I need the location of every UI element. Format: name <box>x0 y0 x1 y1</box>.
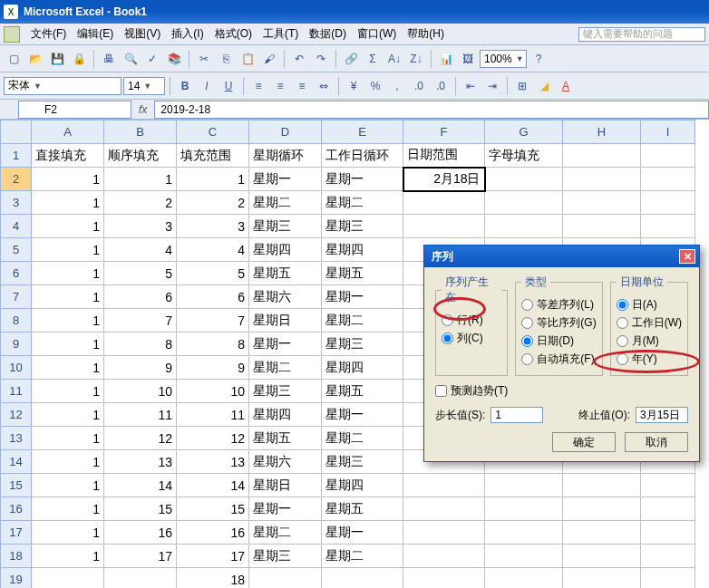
cell[interactable]: 1 <box>32 285 104 309</box>
cell[interactable]: 日期范围 <box>403 144 485 168</box>
research-icon[interactable]: 📚 <box>164 49 184 69</box>
cell[interactable] <box>641 474 695 497</box>
open-icon[interactable]: 📂 <box>25 49 45 69</box>
cell[interactable]: 星期三 <box>322 450 403 474</box>
menu-window[interactable]: 窗口(W) <box>352 24 402 43</box>
help-search-box[interactable]: 键入需要帮助的问题 <box>578 27 705 42</box>
col-header-I[interactable]: I <box>641 120 695 144</box>
cell[interactable]: 字母填充 <box>485 144 563 168</box>
row-header-19[interactable]: 19 <box>1 568 32 589</box>
cancel-button[interactable]: 取消 <box>625 432 688 452</box>
cell[interactable]: 星期二 <box>322 545 403 568</box>
cell[interactable] <box>485 168 563 191</box>
cell[interactable] <box>403 215 485 238</box>
row-header-4[interactable]: 4 <box>1 215 32 238</box>
print-icon[interactable]: 🖶 <box>99 49 119 69</box>
cell[interactable]: 星期四 <box>322 474 403 497</box>
cell[interactable]: 15 <box>104 497 177 521</box>
cell[interactable]: 16 <box>177 521 249 545</box>
col-header-E[interactable]: E <box>322 120 403 144</box>
save-icon[interactable]: 💾 <box>47 49 67 69</box>
cell[interactable]: 工作日循环 <box>322 144 403 168</box>
menu-file[interactable]: 文件(F) <box>25 24 72 43</box>
cell[interactable]: 10 <box>177 380 249 403</box>
cell[interactable]: 1 <box>32 215 104 238</box>
radio-arith[interactable]: 等差序列(L) <box>521 295 596 313</box>
cell[interactable]: 11 <box>177 403 249 427</box>
cell[interactable]: 星期一 <box>249 168 322 191</box>
align-center-icon[interactable]: ≡ <box>270 76 290 96</box>
cell[interactable] <box>563 521 641 545</box>
cell[interactable] <box>104 568 177 589</box>
cell[interactable] <box>485 191 563 215</box>
cell[interactable]: 1 <box>32 497 104 521</box>
cell[interactable] <box>485 215 563 238</box>
step-input[interactable] <box>490 407 543 423</box>
cell[interactable]: 星期四 <box>322 238 403 262</box>
menu-edit[interactable]: 编辑(E) <box>72 24 119 43</box>
cell[interactable]: 星期二 <box>322 309 403 333</box>
cell[interactable]: 星期六 <box>249 450 322 474</box>
cell[interactable] <box>249 568 322 589</box>
cell[interactable] <box>641 568 695 589</box>
cell[interactable] <box>563 474 641 497</box>
col-header-H[interactable]: H <box>563 120 641 144</box>
menu-data[interactable]: 数据(D) <box>304 24 352 43</box>
zoom-select[interactable]: 100%▼ <box>480 50 527 68</box>
cell[interactable]: 星期三 <box>249 380 322 403</box>
cell[interactable]: 1 <box>32 380 104 403</box>
cell[interactable]: 3 <box>104 215 177 238</box>
cell[interactable]: 6 <box>104 285 177 309</box>
menu-help[interactable]: 帮助(H) <box>402 24 450 43</box>
decrease-decimal-icon[interactable]: .0 <box>431 76 451 96</box>
cell[interactable]: 17 <box>177 545 249 568</box>
cell[interactable] <box>403 521 485 545</box>
cell[interactable]: 星期四 <box>249 238 322 262</box>
chart-wizard-icon[interactable]: 📊 <box>436 49 456 69</box>
row-header-1[interactable]: 1 <box>1 144 32 168</box>
close-icon[interactable]: ✕ <box>679 249 695 264</box>
cell[interactable] <box>485 497 563 521</box>
menu-insert[interactable]: 插入(I) <box>166 24 209 43</box>
undo-icon[interactable]: ↶ <box>289 49 309 69</box>
cell[interactable]: 1 <box>32 427 104 450</box>
cell[interactable]: 星期五 <box>322 380 403 403</box>
align-right-icon[interactable]: ≡ <box>292 76 312 96</box>
bold-icon[interactable]: B <box>175 76 195 96</box>
cell[interactable]: 星期三 <box>322 333 403 356</box>
cell[interactable]: 星期五 <box>249 262 322 285</box>
redo-icon[interactable]: ↷ <box>311 49 331 69</box>
cell[interactable]: 4 <box>104 238 177 262</box>
drawing-icon[interactable]: 🖼 <box>458 49 478 69</box>
cell[interactable] <box>485 545 563 568</box>
radio-autofill[interactable]: 自动填充(F) <box>521 350 596 368</box>
cell[interactable] <box>563 144 641 168</box>
cell[interactable]: 3 <box>177 215 249 238</box>
cell[interactable]: 12 <box>177 427 249 450</box>
cell[interactable]: 1 <box>32 333 104 356</box>
cell[interactable] <box>641 191 695 215</box>
cell[interactable]: 1 <box>32 450 104 474</box>
cell[interactable] <box>641 521 695 545</box>
permission-icon[interactable]: 🔒 <box>69 49 89 69</box>
cell[interactable] <box>32 568 104 589</box>
merge-center-icon[interactable]: ⇔ <box>314 76 334 96</box>
col-header-C[interactable]: C <box>177 120 249 144</box>
cell[interactable]: 1 <box>32 238 104 262</box>
radio-col[interactable]: 列(C) <box>442 329 501 347</box>
cell[interactable]: 5 <box>104 262 177 285</box>
cell[interactable] <box>641 144 695 168</box>
cell[interactable]: 顺序填充 <box>104 144 177 168</box>
cell[interactable]: 14 <box>104 474 177 497</box>
cell[interactable]: 17 <box>104 545 177 568</box>
cell[interactable] <box>403 191 485 215</box>
select-all-corner[interactable] <box>1 120 32 144</box>
cell[interactable]: 1 <box>32 191 104 215</box>
cell[interactable] <box>641 545 695 568</box>
comma-icon[interactable]: , <box>387 76 407 96</box>
radio-geom[interactable]: 等比序列(G) <box>521 313 596 332</box>
cell[interactable]: 6 <box>177 285 249 309</box>
cell[interactable]: 8 <box>104 333 177 356</box>
cell[interactable]: 填充范围 <box>177 144 249 168</box>
cell[interactable]: 星期三 <box>249 215 322 238</box>
